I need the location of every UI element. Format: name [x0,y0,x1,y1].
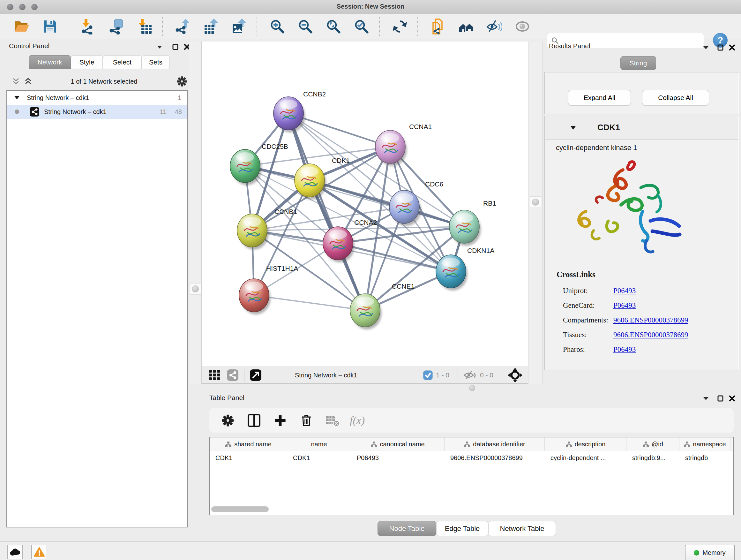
expand-all-networks-icon[interactable] [12,77,20,85]
grid-view-icon[interactable] [209,370,221,381]
network-node[interactable]: CCNE1 [350,283,414,329]
network-node[interactable]: CCNB1 [237,208,297,250]
network-node[interactable]: CCNA1 [375,123,432,166]
control-panel-float-icon[interactable] [172,43,180,51]
delete-column-icon[interactable] [299,413,314,428]
tab-network-table[interactable]: Network Table [488,521,556,536]
collapse-all-networks-icon[interactable] [24,77,32,85]
tab-network[interactable]: Network [29,55,71,69]
import-network-icon[interactable] [80,18,96,35]
crosslink-link[interactable]: P06493 [613,346,636,354]
table-cell[interactable]: stringdb:9... [626,454,679,462]
zoom-out-icon[interactable] [297,18,313,35]
horizontal-splitter[interactable] [202,384,741,392]
collapse-all-button[interactable]: Collapse All [642,90,709,105]
export-image-icon[interactable] [231,18,247,35]
table-cell[interactable]: cyclin-dependent ... [545,454,626,462]
import-table-icon[interactable] [137,18,152,35]
warning-icon [33,547,45,557]
column-header--id[interactable]: @id [626,437,679,451]
column-header-canonical-name[interactable]: canonical name [351,437,445,451]
expand-all-button[interactable]: Expand All [568,90,631,105]
birdseye-crosshair-icon[interactable] [508,368,523,383]
share-document-icon[interactable] [430,18,446,35]
network-collection-row[interactable]: String Network – cdk1 1 [7,91,187,105]
gene-section-header[interactable]: CDK1 [545,116,738,140]
crosslink-link[interactable]: 9606.ENSP00000378699 [613,316,688,324]
right-splitter[interactable] [528,42,543,392]
refresh-icon[interactable] [392,18,408,35]
network-canvas[interactable]: CCNB2CCNA1CDC25BCDK1CDC6RB1CCNB1CCNA2CDK… [202,42,528,367]
toolbar-separator [257,17,257,36]
column-header-shared-name[interactable]: shared name [210,437,287,451]
network-node[interactable]: HIST1H1A [239,265,298,314]
network-node[interactable]: CCNB2 [273,90,326,132]
memory-label: Memory [702,549,725,557]
import-network-database-icon[interactable] [109,18,125,35]
zoom-selected-icon[interactable] [354,18,369,35]
table-cell[interactable]: P06493 [351,454,445,462]
hidden-eye-icon[interactable] [463,370,477,381]
home-icon[interactable] [458,18,474,35]
right-splitter-handle[interactable] [530,196,541,208]
table-cell[interactable]: CDK1 [287,454,351,462]
network-options-gear-icon[interactable] [176,76,188,87]
tab-edge-table[interactable]: Edge Table [436,521,488,536]
network-row-selected[interactable]: String Network – cdk1 11 48 [7,105,187,119]
toolbar-separator [458,369,458,381]
zoom-fit-icon[interactable] [326,18,341,35]
table-cell[interactable]: 9606.ENSP00000378699 [445,454,545,462]
network-node[interactable]: CDKN1A [436,247,494,291]
network-node[interactable]: RB1 [449,199,496,246]
table-row[interactable]: CDK1CDK1P064939606.ENSP00000378699cyclin… [210,451,733,464]
results-panel-close-icon[interactable] [728,44,737,51]
hide-selected-icon[interactable] [486,18,502,35]
selected-checkbox-icon[interactable] [423,370,433,380]
table-horizontal-scrollbar[interactable] [211,506,269,512]
tab-sets[interactable]: Sets [142,55,170,69]
table-panel-collapse-icon[interactable] [702,395,711,402]
column-header-database-identifier[interactable]: database identifier [445,437,545,451]
left-splitter[interactable] [189,42,202,384]
column-header-namespace[interactable]: namespace [679,437,731,451]
memory-button[interactable]: Memory [685,545,735,560]
show-columns-icon[interactable] [246,413,262,428]
tab-string[interactable]: String [620,56,656,70]
tab-select[interactable]: Select [103,55,142,69]
column-header-description[interactable]: description [545,437,626,451]
node-label: CCNB1 [274,208,297,215]
results-panel-collapse-icon[interactable] [702,44,711,51]
cloud-button[interactable] [7,545,23,559]
network-overview-icon[interactable] [226,369,239,381]
results-panel-float-icon[interactable] [717,44,725,51]
crosslink-link[interactable]: 9606.ENSP00000378699 [613,331,688,339]
table-panel-float-icon[interactable] [717,395,725,402]
node-label: CCNA2 [354,219,377,226]
table-cell[interactable]: stringdb [679,454,731,462]
tab-node-table[interactable]: Node Table [378,521,436,536]
open-session-icon[interactable] [14,18,30,35]
tab-style[interactable]: Style [71,55,103,69]
export-table-icon[interactable] [203,18,219,35]
table-settings-gear-icon[interactable] [220,413,235,428]
crosslink-link[interactable]: P06493 [613,287,636,295]
zoom-in-icon[interactable] [269,18,285,35]
gene-collapse-icon[interactable] [570,125,576,130]
detach-view-icon[interactable] [250,369,262,381]
table-panel-close-icon[interactable] [728,395,737,402]
left-splitter-handle[interactable] [190,283,201,295]
warnings-button[interactable] [31,545,47,559]
crosslink-link[interactable]: P06493 [613,301,636,310]
save-session-icon[interactable] [42,18,58,35]
control-panel-tabs: Network Style Select Sets [29,55,170,69]
table-cell[interactable]: CDK1 [210,454,287,462]
collection-expand-icon[interactable] [14,96,20,100]
node-label: CCNE1 [392,283,414,290]
add-column-icon[interactable] [273,413,288,428]
network-node[interactable]: CDC6 [389,180,443,226]
export-network-icon[interactable] [175,18,191,35]
show-all-icon[interactable] [515,18,530,35]
control-panel-collapse-icon[interactable] [156,43,164,51]
horizontal-splitter-handle[interactable] [469,385,475,391]
column-header-name[interactable]: name [287,437,351,451]
